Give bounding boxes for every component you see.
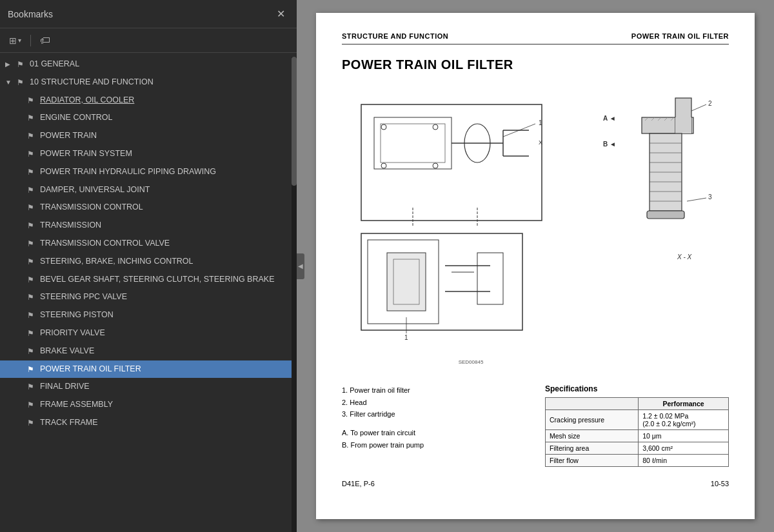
bookmark-item-power-train-hydraulic[interactable]: ▶ ⚑ POWER TRAIN HYDRAULIC PIPING DRAWING [0,163,297,181]
svg-point-10 [381,163,386,168]
spec-label: Filter flow [546,455,639,467]
bookmark-item-damper[interactable]: ▶ ⚑ DAMPER, UNIVERSAL JOINT [0,181,297,199]
assembly-diagram-svg: 1 X [342,85,587,369]
sidebar-close-button[interactable]: ✕ [273,6,289,21]
bookmark-item-track-frame[interactable]: ▶ ⚑ TRACK FRAME [0,414,297,432]
svg-rect-23 [477,253,503,304]
bookmark-item-priority-valve[interactable]: ▶ ⚑ PRIORITY VALVE [0,324,297,342]
bookmark-item-power-train-oil-filter[interactable]: ▶ ⚑ POWER TRAIN OIL FILTER [0,360,297,379]
bookmark-label: FRAME ASSEMBLY [40,399,292,411]
bookmark-flag-icon: ⚑ [27,275,36,286]
svg-rect-19 [387,253,426,311]
table-row: Cracking pressure 1.2 ± 0.02 MPa(2.0 ± 0… [546,410,729,430]
diagram-ref-label: SED00845 [459,359,484,365]
svg-text:2: 2 [708,100,712,107]
bookmark-label: STEERING PPC VALVE [40,291,292,303]
svg-point-8 [381,124,386,130]
bookmark-label: TRACK FRAME [40,417,292,429]
bookmark-flag-icon: ⚑ [17,59,26,70]
bookmark-icon: 🏷 [40,35,50,46]
spec-value: 10 μm [639,430,729,442]
spec-value: 3,600 cm² [639,442,729,455]
bookmark-flag-icon: ⚑ [27,364,36,375]
legend-item-2: 2. Head [342,397,526,409]
bookmark-label: 10 STRUCTURE AND FUNCTION [30,77,292,88]
bookmark-item-frame-assembly[interactable]: ▶ ⚑ FRAME ASSEMBLY [0,396,297,414]
doc-legend: 1. Power train oil filter 2. Head 3. Fil… [342,384,526,467]
spec-label: Cracking pressure [546,410,639,430]
svg-text:A ◄: A ◄ [603,115,616,122]
toolbar-bookmark-button[interactable]: 🏷 [37,32,53,48]
legend-item-A: A. To power train circuit [342,427,526,439]
doc-title: POWER TRAIN OIL FILTER [342,57,729,72]
svg-point-9 [433,124,438,130]
doc-diagram-area: 1 X [342,85,729,371]
bookmark-item-transmission-control-valve[interactable]: ▶ ⚑ TRANSMISSION CONTROL VALVE [0,235,297,253]
bookmark-label: POWER TRAIN [40,130,292,142]
scrollbar-thumb[interactable] [292,57,297,186]
sidebar-toolbar: ⊞ ▾ 🏷 [0,28,297,53]
bookmark-label: POWER TRAIN OIL FILTER [40,364,292,375]
doc-header-left: STRUCTURE AND FUNCTION [342,32,448,40]
spec-value: 80 ℓ/min [639,455,729,467]
bookmark-item-steering-ppc[interactable]: ▶ ⚑ STEERING PPC VALVE [0,288,297,306]
bookmark-item-engine-control[interactable]: ▶ ⚑ ENGINE CONTROL [0,109,297,127]
bookmark-flag-icon: ⚑ [27,346,36,357]
bookmark-item-transmission-control[interactable]: ▶ ⚑ TRANSMISSION CONTROL [0,199,297,217]
sidebar-title: Bookmarks [8,9,53,19]
toolbar-view-button[interactable]: ⊞ ▾ [6,34,24,47]
bookmark-item-power-train[interactable]: ▶ ⚑ POWER TRAIN [0,127,297,145]
expand-icon: ▶ [5,60,13,69]
bookmark-label: 01 GENERAL [30,59,292,70]
diagram-right: A ◄ B ◄ [600,85,729,371]
doc-footer-right: 10-53 [711,480,729,488]
bookmark-flag-icon: ⚑ [27,113,36,124]
expand-icon: ▼ [5,78,13,87]
bookmark-label: STEERING PISTON [40,310,292,321]
bookmark-flag-icon: ⚑ [27,167,36,178]
svg-point-11 [433,163,438,168]
bookmark-flag-icon: ⚑ [27,149,36,160]
spec-label: Filtering area [546,442,639,455]
bookmark-item-bevel-gear[interactable]: ▶ ⚑ BEVEL GEAR SHAFT, STEERING CLUTCH, S… [0,271,297,289]
bookmark-flag-icon: ⚑ [27,221,36,232]
bookmark-label: ENGINE CONTROL [40,112,292,124]
bookmark-flag-icon: ⚑ [17,77,26,88]
bookmark-flag-icon: ⚑ [27,418,36,429]
bookmark-item-steering-brake-inching[interactable]: ▶ ⚑ STEERING, BRAKE, INCHING CONTROL [0,253,297,271]
doc-bottom: 1. Power train oil filter 2. Head 3. Fil… [342,384,729,467]
doc-header-right: POWER TRAIN OIL FILTER [631,32,729,40]
main-diagram-left: 1 X [342,85,587,371]
bookmark-item-brake-valve[interactable]: ▶ ⚑ BRAKE VALVE [0,342,297,360]
bookmark-item-01-general[interactable]: ▶ ⚑ 01 GENERAL [0,55,297,74]
bookmark-item-10-structure[interactable]: ▼ ⚑ 10 STRUCTURE AND FUNCTION [0,74,297,92]
doc-footer: D41E, P-6 10-53 [342,480,729,488]
bookmark-flag-icon: ⚑ [27,131,36,142]
bookmark-flag-icon: ⚑ [27,310,36,321]
legend-item-B: B. From power train pump [342,439,526,451]
specs-title: Specifications [545,384,729,393]
bookmark-flag-icon: ⚑ [27,95,36,106]
bookmark-item-radiator[interactable]: ▶ ⚑ RADIATOR, OIL COOLER [0,92,297,110]
bookmark-list: ▶ ⚑ 01 GENERAL ▼ ⚑ 10 STRUCTURE AND FUNC… [0,53,297,532]
svg-line-37 [691,104,706,111]
bookmark-label: STEERING, BRAKE, INCHING CONTROL [40,256,292,268]
bookmark-item-transmission[interactable]: ▶ ⚑ TRANSMISSION [0,217,297,235]
bookmark-item-steering-piston[interactable]: ▶ ⚑ STEERING PISTON [0,306,297,324]
sidebar-header: Bookmarks ✕ [0,0,297,28]
bookmark-label: POWER TRAIN HYDRAULIC PIPING DRAWING [40,166,292,178]
bookmark-label: RADIATOR, OIL COOLER [40,95,292,106]
bookmark-label: PRIORITY VALVE [40,328,292,339]
bookmark-flag-icon: ⚑ [27,257,36,268]
svg-line-48 [687,198,706,201]
specs-col-label [546,398,639,410]
bookmark-label: TRANSMISSION [40,220,292,232]
legend-item-3: 3. Filter cartridge [342,408,526,420]
collapse-handle[interactable]: ◀ [297,253,304,279]
legend-item-1: 1. Power train oil filter [342,384,526,397]
doc-header: STRUCTURE AND FUNCTION POWER TRAIN OIL F… [342,32,729,44]
toolbar-divider [30,35,31,46]
bookmark-item-power-train-system[interactable]: ▶ ⚑ POWER TRAIN SYSTEM [0,145,297,163]
bookmark-item-final-drive[interactable]: ▶ ⚑ FINAL DRIVE [0,378,297,396]
specs-col-performance: Performance [639,398,729,410]
